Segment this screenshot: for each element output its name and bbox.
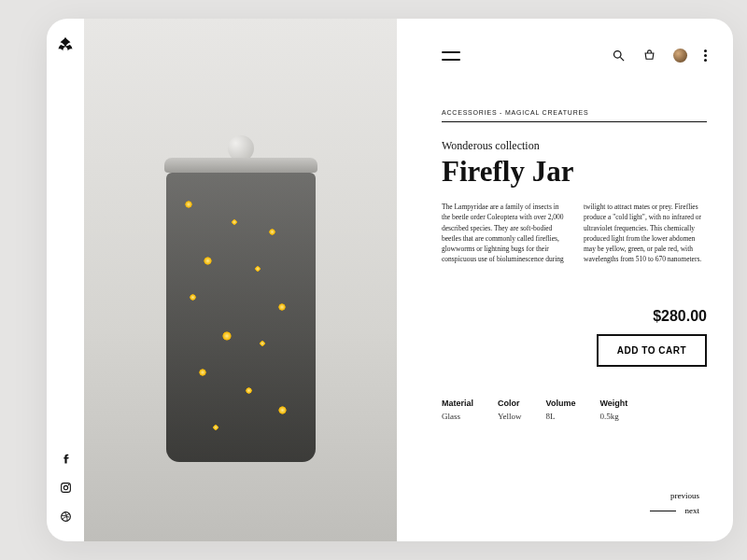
purchase-box: $280.00 ADD TO CART (442, 308, 707, 367)
spec-weight: Weight 0.5kg (599, 399, 627, 421)
social-links (60, 453, 72, 523)
svg-point-1 (63, 485, 67, 489)
facebook-icon[interactable] (60, 453, 72, 465)
next-label: next (685, 506, 700, 515)
more-icon[interactable] (704, 49, 707, 62)
spec-label: Weight (599, 399, 627, 408)
spec-value: Yellow (498, 412, 522, 421)
add-to-cart-button[interactable]: ADD TO CART (597, 334, 707, 367)
product-card: ACCESSORIES - MAGICAL CREATURES Wonderou… (47, 19, 733, 541)
spec-value: Glass (442, 412, 473, 421)
top-actions (612, 49, 707, 63)
product-details: ACCESSORIES - MAGICAL CREATURES Wonderou… (416, 19, 733, 541)
breadcrumb[interactable]: ACCESSORIES - MAGICAL CREATURES (442, 109, 707, 122)
svg-point-4 (614, 51, 622, 59)
spec-value: 8L (546, 412, 576, 421)
spec-label: Volume (546, 399, 576, 408)
avatar-icon[interactable] (673, 49, 687, 63)
pagination-nav: previous next (650, 491, 700, 515)
svg-point-2 (67, 484, 68, 485)
spec-volume: Volume 8L (546, 399, 576, 421)
product-description: The Lampyridae are a family of insects i… (442, 202, 707, 287)
svg-line-5 (620, 57, 624, 61)
top-bar (442, 49, 707, 63)
previous-button[interactable]: previous (670, 491, 699, 500)
menu-icon[interactable] (442, 51, 460, 61)
spec-label: Material (442, 399, 473, 408)
product-title: Firefly Jar (442, 155, 707, 189)
spec-material: Material Glass (442, 399, 473, 421)
collection-label: Wonderous collection (442, 139, 707, 153)
brand-logo-icon[interactable] (55, 35, 76, 56)
cart-icon[interactable] (642, 49, 656, 63)
instagram-icon[interactable] (60, 482, 72, 494)
line-icon (650, 511, 676, 511)
next-button[interactable]: next (650, 506, 700, 515)
spec-color: Color Yellow (498, 399, 522, 421)
product-image (84, 19, 397, 541)
left-sidebar (47, 19, 84, 541)
spec-value: 0.5kg (599, 412, 627, 421)
search-icon[interactable] (612, 49, 626, 63)
jar-illustration (157, 163, 325, 471)
specs-row: Material Glass Color Yellow Volume 8L We… (442, 399, 707, 421)
dribbble-icon[interactable] (60, 511, 72, 523)
price: $280.00 (653, 308, 707, 325)
spec-label: Color (498, 399, 522, 408)
